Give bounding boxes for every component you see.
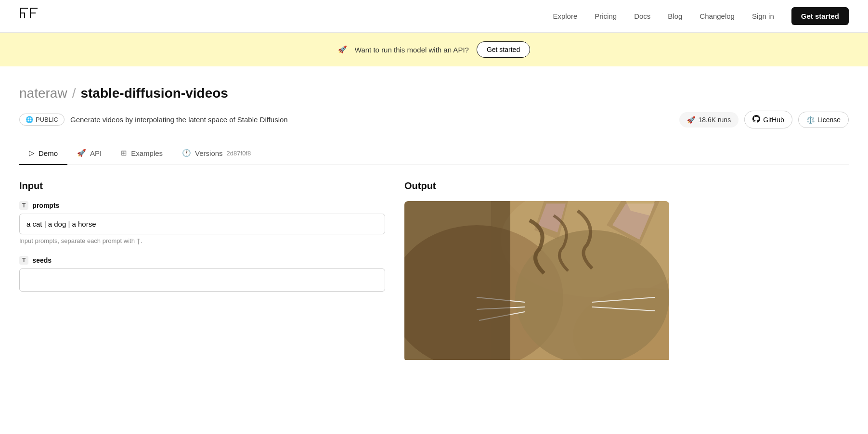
prompts-label-row: T prompts — [19, 201, 385, 210]
logo[interactable] — [19, 7, 39, 26]
seeds-input[interactable] — [19, 268, 385, 292]
api-rocket-icon: 🚀 — [77, 149, 86, 157]
play-icon: ▷ — [29, 149, 35, 157]
runs-badge: 🚀 18.6K runs — [679, 112, 738, 128]
model-info-left: 🌐 PUBLIC Generate videos by interpolatin… — [19, 114, 288, 126]
seeds-field: T seeds — [19, 256, 385, 292]
seeds-type-badge: T — [19, 256, 28, 265]
model-info-right: 🚀 18.6K runs GitHub ⚖️ License — [679, 111, 849, 128]
output-title: Output — [404, 180, 849, 191]
model-description: Generate videos by interpolating the lat… — [70, 115, 288, 124]
tab-demo-label: Demo — [39, 149, 58, 157]
runs-count: 18.6K runs — [698, 116, 731, 124]
tab-api[interactable]: 🚀 API — [67, 143, 111, 165]
prompts-input[interactable] — [19, 214, 385, 234]
license-label: License — [817, 116, 841, 124]
license-icon: ⚖️ — [806, 116, 815, 124]
svg-rect-6 — [30, 13, 36, 13]
get-started-nav-button[interactable]: Get started — [791, 7, 849, 25]
logo-icon — [19, 7, 39, 26]
tab-examples[interactable]: ⊞ Examples — [111, 143, 172, 165]
nav-blog[interactable]: Blog — [668, 12, 682, 20]
svg-rect-0 — [20, 8, 28, 9]
github-button[interactable]: GitHub — [744, 111, 792, 128]
input-title: Input — [19, 180, 385, 191]
seeds-field-name: seeds — [32, 256, 52, 264]
nav-changelog[interactable]: Changelog — [700, 12, 735, 20]
seeds-label-row: T seeds — [19, 256, 385, 265]
breadcrumb-user[interactable]: nateraw — [19, 86, 67, 101]
banner-text: Want to run this model with an API? — [355, 46, 469, 54]
banner-cta-button[interactable]: Get started — [477, 41, 530, 58]
output-cat-image — [404, 201, 669, 360]
api-banner: 🚀 Want to run this model with an API? Ge… — [0, 33, 868, 66]
nav-docs[interactable]: Docs — [634, 12, 650, 20]
grid-icon: ⊞ — [121, 149, 127, 157]
nav-explore[interactable]: Explore — [553, 12, 577, 20]
version-hash: 2d87f0f8 — [227, 150, 251, 157]
breadcrumb: nateraw / stable-diffusion-videos — [19, 86, 849, 101]
sign-in-button[interactable]: Sign in — [752, 12, 774, 20]
input-column: Input T prompts Input prompts, separate … — [19, 180, 385, 362]
breadcrumb-repo: stable-diffusion-videos — [80, 86, 228, 101]
prompts-field: T prompts Input prompts, separate each p… — [19, 201, 385, 244]
visibility-badge: 🌐 PUBLIC — [19, 114, 65, 126]
svg-rect-3 — [24, 13, 25, 18]
tab-examples-label: Examples — [131, 149, 163, 157]
navigation: Explore Pricing Docs Blog Changelog Sign… — [0, 0, 868, 33]
tab-versions[interactable]: 🕐 Versions 2d87f0f8 — [172, 143, 260, 165]
model-info-row: 🌐 PUBLIC Generate videos by interpolatin… — [19, 111, 849, 128]
main-content: nateraw / stable-diffusion-videos 🌐 PUBL… — [0, 66, 868, 362]
tab-versions-label: Versions — [195, 149, 223, 157]
tab-demo[interactable]: ▷ Demo — [19, 143, 67, 165]
github-icon — [752, 115, 760, 124]
svg-rect-5 — [30, 8, 38, 9]
output-image-container — [404, 201, 669, 362]
github-label: GitHub — [763, 116, 784, 124]
license-button[interactable]: ⚖️ License — [798, 112, 849, 128]
breadcrumb-separator: / — [72, 86, 76, 101]
prompts-type-badge: T — [19, 201, 28, 210]
nav-links: Explore Pricing Docs Blog Changelog Sign… — [553, 7, 849, 25]
prompts-hint: Input prompts, separate each prompt with… — [19, 237, 385, 244]
banner-emoji: 🚀 — [338, 45, 347, 54]
svg-rect-22 — [404, 201, 510, 360]
demo-columns: Input T prompts Input prompts, separate … — [19, 180, 849, 362]
tab-api-label: API — [90, 149, 102, 157]
globe-icon: 🌐 — [26, 116, 33, 123]
output-column: Output — [404, 180, 849, 362]
tabs-bar: ▷ Demo 🚀 API ⊞ Examples 🕐 Versions 2d87f… — [19, 143, 849, 165]
nav-pricing[interactable]: Pricing — [595, 12, 617, 20]
prompts-field-name: prompts — [32, 202, 59, 209]
clock-icon: 🕐 — [182, 149, 191, 157]
visibility-label: PUBLIC — [36, 116, 58, 123]
rocket-small-icon: 🚀 — [687, 116, 695, 124]
